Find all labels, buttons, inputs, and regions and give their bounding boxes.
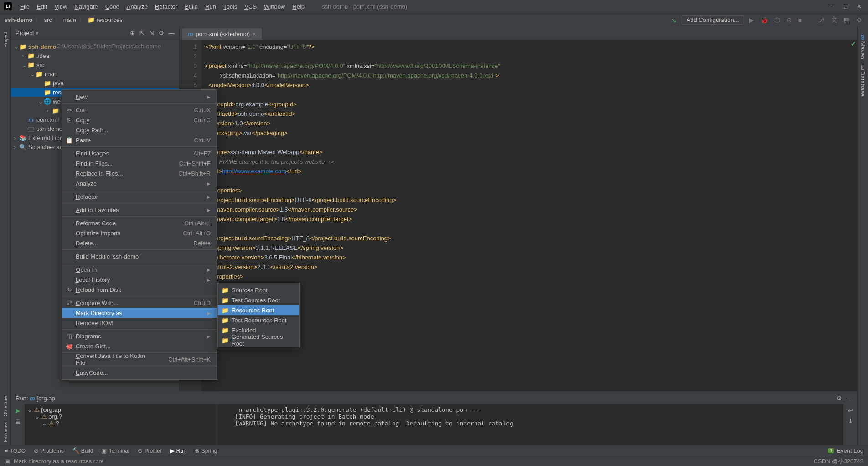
tool-terminal[interactable]: ▣ Terminal — [101, 447, 129, 454]
run-icon[interactable]: ▶ — [748, 16, 755, 24]
maven-tool-button[interactable]: m Maven — [859, 32, 866, 62]
settings-icon[interactable]: ⚙ — [855, 16, 863, 24]
ctx-cut[interactable]: ✂CutCtrl+X — [62, 105, 217, 115]
gear-icon[interactable]: ⚙ — [159, 30, 164, 36]
menu-refactor[interactable]: Refactor — [151, 3, 181, 10]
project-view-selector[interactable]: Project ▾ — [16, 30, 39, 36]
event-log-button[interactable]: Event Log — [837, 447, 863, 454]
ctx-find-usages[interactable]: Find UsagesAlt+F7 — [62, 148, 217, 158]
square-icon[interactable]: ▣ — [5, 458, 10, 465]
submenu-test-sources-root[interactable]: 📁Test Sources Root — [218, 295, 299, 305]
favorites-tool-button[interactable]: Favorites — [3, 419, 8, 445]
menu-analyze[interactable]: Analyze — [123, 3, 151, 10]
submenu-resources-root[interactable]: 📁Resources Root — [218, 305, 299, 315]
menu-vcs[interactable]: VCS — [241, 3, 260, 10]
tool-run[interactable]: ▶ Run — [170, 447, 186, 454]
ctx-compare-with-[interactable]: ⇄Compare With...Ctrl+D — [62, 298, 217, 308]
ctx-reload-from-disk[interactable]: ↻Reload from Disk — [62, 285, 217, 295]
tree-row[interactable]: ⌄📁main — [11, 69, 179, 78]
expand-all-icon[interactable]: ⇱ — [140, 30, 145, 36]
tool-problems[interactable]: ⊘ Problems — [34, 447, 64, 454]
ctx-new[interactable]: New▸ — [62, 92, 217, 102]
scroll-to-end-icon[interactable]: ⤓ — [848, 418, 853, 425]
ctx-diagrams[interactable]: ◫Diagrams▸ — [62, 331, 217, 341]
run-hide-icon[interactable]: — — [847, 395, 852, 402]
vcs-icon[interactable]: ⎇ — [816, 16, 826, 24]
tree-row[interactable]: ›📁.idea — [11, 51, 179, 60]
run-settings-icon[interactable]: ⚙ — [837, 395, 842, 402]
debug-icon[interactable]: 🐞 — [759, 16, 770, 24]
tool-profiler[interactable]: ⊙ Profiler — [138, 447, 162, 454]
submenu-test-resources-root[interactable]: 📁Test Resources Root — [218, 315, 299, 325]
run-tree-item[interactable]: ⌄ ⚠ org.? — [27, 413, 213, 420]
tree-row[interactable]: 📁java — [11, 78, 179, 88]
ctx-mark-directory-as[interactable]: Mark Directory as▸ — [62, 308, 217, 318]
menu-code[interactable]: Code — [102, 3, 123, 10]
ctx-optimize-imports[interactable]: Optimize ImportsCtrl+Alt+O — [62, 228, 217, 238]
editor-tab-pom[interactable]: m pom.xml (ssh-demo) × — [182, 28, 262, 40]
breadcrumb-item[interactable]: src — [44, 16, 52, 23]
ctx-analyze[interactable]: Analyze▸ — [62, 178, 217, 188]
ctx-find-in-files-[interactable]: Find in Files...Ctrl+Shift+F — [62, 158, 217, 168]
menu-window[interactable]: Window — [260, 3, 289, 10]
minimize-icon[interactable]: — — [829, 3, 835, 10]
close-icon[interactable]: ✕ — [857, 3, 862, 10]
coverage-icon[interactable]: ⬡ — [773, 16, 781, 24]
menu-build[interactable]: Build — [181, 3, 202, 10]
ctx-build-module-ssh-demo-[interactable]: Build Module 'ssh-demo' — [62, 251, 217, 261]
project-tool-button[interactable]: Project — [3, 29, 8, 50]
submenu-generated-sources-root[interactable]: 📁Generated Sources Root — [218, 335, 299, 345]
run-tree[interactable]: ⌄ ⚠ [org.ap⌄ ⚠ org.?⌄ ⚠ ? — [25, 404, 216, 445]
collapse-all-icon[interactable]: ⇲ — [149, 30, 154, 36]
ctx-copy[interactable]: ⎘CopyCtrl+C — [62, 115, 217, 125]
submenu-sources-root[interactable]: 📁Sources Root — [218, 285, 299, 295]
breadcrumb-item[interactable]: main — [63, 16, 76, 23]
stop-icon[interactable]: ■ — [797, 16, 803, 24]
build-icon[interactable]: ↘ — [670, 16, 678, 24]
tool-build[interactable]: 🔨 Build — [72, 447, 93, 454]
ctx-refactor[interactable]: Refactor▸ — [62, 192, 217, 202]
inspection-ok-icon[interactable]: ✔ — [851, 40, 856, 47]
rerun-icon[interactable]: ▶ — [16, 407, 20, 414]
breadcrumb-item[interactable]: 📁 resources — [88, 16, 123, 23]
run-tree-item[interactable]: ⌄ ⚠ [org.ap — [27, 406, 213, 413]
ctx-copy-path-[interactable]: Copy Path... — [62, 125, 217, 135]
structure-icon[interactable]: ▤ — [842, 16, 851, 24]
tree-row[interactable]: ⌄📁src — [11, 60, 179, 69]
run-tree-item[interactable]: ⌄ ⚠ ? — [27, 420, 213, 427]
stop-run-icon[interactable]: ⬓ — [15, 418, 21, 425]
locate-icon[interactable]: ⊕ — [130, 30, 135, 36]
add-configuration-button[interactable]: Add Configuration... — [682, 15, 744, 25]
menu-view[interactable]: View — [51, 3, 71, 10]
tree-row[interactable]: ⌄📁ssh-demo C:\Users\徐文兴\IdeaProjects\ssh… — [11, 42, 179, 51]
breadcrumb-item[interactable]: ssh-demo — [5, 16, 32, 23]
soft-wrap-icon[interactable]: ↩ — [848, 407, 853, 414]
maximize-icon[interactable]: □ — [844, 3, 847, 10]
tool-todo[interactable]: ≡ TODO — [5, 447, 26, 454]
ctx-reformat-code[interactable]: Reformat CodeCtrl+Alt+L — [62, 218, 217, 228]
run-console[interactable]: n-archetype-plugin:3.2.0:generate (defau… — [216, 404, 843, 445]
tool-spring[interactable]: ❀ Spring — [195, 447, 217, 454]
database-tool-button[interactable]: 🗄 Database — [859, 62, 866, 99]
ctx-easycode-[interactable]: EasyCode... — [62, 368, 217, 378]
menu-file[interactable]: File — [16, 3, 33, 10]
ctx-paste[interactable]: 📋PasteCtrl+V — [62, 135, 217, 145]
ctx-local-history[interactable]: Local History▸ — [62, 274, 217, 285]
profile-icon[interactable]: ⊙ — [785, 16, 793, 24]
code-editor[interactable]: <?xml version="1.0" encoding="UTF-8"?> <… — [202, 40, 857, 445]
ctx-convert-java-file-to-kotlin-file[interactable]: Convert Java File to Kotlin FileCtrl+Alt… — [62, 354, 217, 364]
ctx-delete-[interactable]: Delete...Delete — [62, 238, 217, 248]
context-menu[interactable]: New▸✂CutCtrl+X⎘CopyCtrl+CCopy Path...📋Pa… — [62, 89, 217, 380]
close-tab-icon[interactable]: × — [253, 31, 256, 37]
mark-directory-submenu[interactable]: 📁Sources Root📁Test Sources Root📁Resource… — [217, 283, 300, 347]
ctx-add-to-favorites[interactable]: Add to Favorites▸ — [62, 205, 217, 215]
ctx-open-in[interactable]: Open In▸ — [62, 264, 217, 274]
menu-help[interactable]: Help — [289, 3, 308, 10]
menu-run[interactable]: Run — [202, 3, 220, 10]
menu-navigate[interactable]: Navigate — [71, 3, 101, 10]
menu-edit[interactable]: Edit — [33, 3, 51, 10]
ctx-replace-in-files-[interactable]: Replace in Files...Ctrl+Shift+R — [62, 168, 217, 178]
hide-icon[interactable]: — — [169, 30, 175, 36]
menu-tools[interactable]: Tools — [220, 3, 241, 10]
search-everywhere-icon[interactable]: 文 — [830, 16, 839, 24]
